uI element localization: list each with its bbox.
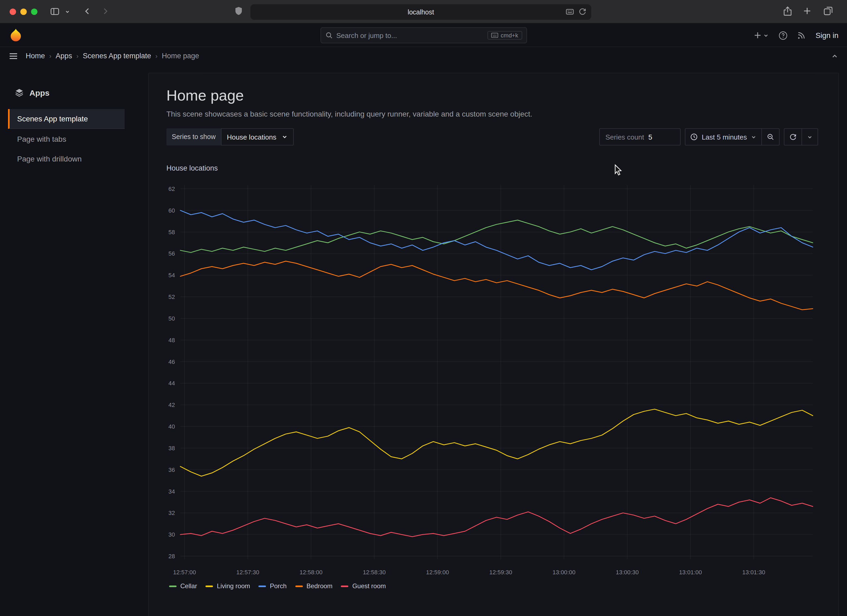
legend-series-dash: [259, 585, 266, 587]
time-range-picker[interactable]: Last 5 minutes: [685, 128, 762, 146]
forward-button-icon: [100, 6, 110, 16]
apps-sidebar: Apps Scenes App template Page with tabs …: [0, 65, 148, 616]
timeseries-chart[interactable]: 28303234363840424446485052545658606212:5…: [161, 178, 830, 583]
chevron-right-icon: ›: [155, 52, 158, 60]
address-bar[interactable]: localhost: [251, 4, 591, 20]
collapse-chevron-up-icon[interactable]: [831, 52, 838, 60]
svg-text:36: 36: [168, 467, 175, 473]
browser-titlebar: localhost: [0, 0, 847, 24]
legend-series-dash: [341, 585, 348, 587]
breadcrumb-home[interactable]: Home: [26, 52, 45, 60]
svg-text:46: 46: [168, 358, 175, 365]
svg-text:54: 54: [168, 272, 175, 279]
back-button-icon[interactable]: [83, 6, 92, 16]
svg-text:13:00:00: 13:00:00: [552, 569, 575, 576]
close-window-button[interactable]: [10, 9, 16, 15]
legend-item[interactable]: Porch: [259, 582, 287, 590]
svg-text:44: 44: [168, 380, 175, 387]
chart-canvas[interactable]: 28303234363840424446485052545658606212:5…: [161, 178, 830, 583]
browser-window: localhost: [0, 0, 847, 616]
svg-text:32: 32: [168, 510, 175, 516]
legend-series-dash: [169, 585, 177, 587]
legend-item[interactable]: Guest room: [341, 582, 386, 590]
svg-text:48: 48: [168, 337, 175, 343]
sidebar-item-page-with-tabs[interactable]: Page with tabs: [8, 129, 125, 149]
zoom-out-icon: [767, 133, 774, 141]
svg-text:42: 42: [168, 402, 175, 408]
svg-text:52: 52: [168, 293, 175, 300]
apps-icon: [15, 88, 24, 97]
legend-item[interactable]: Cellar: [169, 582, 197, 590]
sidebar-toggle-icon[interactable]: [50, 6, 60, 16]
chevron-down-icon: [751, 134, 757, 140]
svg-text:12:57:30: 12:57:30: [236, 569, 259, 576]
svg-text:12:59:00: 12:59:00: [426, 569, 449, 576]
minimize-window-button[interactable]: [20, 9, 27, 15]
svg-text:34: 34: [168, 488, 175, 495]
legend-series-label: Porch: [270, 582, 287, 590]
svg-text:12:57:00: 12:57:00: [173, 569, 196, 576]
sidebar-item-page-with-drilldown[interactable]: Page with drilldown: [8, 149, 125, 168]
page-title: Home page: [167, 87, 838, 104]
grafana-logo[interactable]: [9, 28, 23, 42]
breadcrumb-apps[interactable]: Apps: [56, 52, 72, 60]
breadcrumb-bar: Home › Apps › Scenes App template › Home…: [0, 47, 847, 65]
page-subtitle: This scene showcases a basic scene funct…: [167, 110, 838, 118]
legend-series-label: Bedroom: [306, 582, 332, 590]
svg-text:28: 28: [168, 553, 175, 560]
new-menu-button[interactable]: [753, 31, 769, 40]
legend-item[interactable]: Bedroom: [295, 582, 332, 590]
search-placeholder: Search or jump to...: [336, 31, 397, 39]
svg-text:58: 58: [168, 229, 175, 236]
svg-text:30: 30: [168, 531, 175, 538]
breadcrumb-scenes-app-template[interactable]: Scenes App template: [83, 52, 151, 60]
svg-text:12:58:30: 12:58:30: [363, 569, 386, 576]
mega-menu-toggle-icon[interactable]: [9, 51, 18, 61]
address-bar-url: localhost: [408, 8, 434, 16]
breadcrumb-current-page: Home page: [162, 52, 199, 60]
page-options-icon[interactable]: [565, 7, 574, 16]
chevron-right-icon: ›: [49, 52, 52, 60]
sidebar-title: Apps: [30, 88, 50, 97]
svg-text:12:58:00: 12:58:00: [300, 569, 323, 576]
keyboard-icon: [491, 32, 498, 38]
svg-text:13:01:30: 13:01:30: [742, 569, 766, 576]
refresh-interval-dropdown[interactable]: [801, 128, 818, 146]
chevron-down-icon: [807, 134, 813, 140]
search-input[interactable]: Search or jump to... cmd+k: [320, 27, 527, 43]
tab-overview-icon[interactable]: [823, 6, 833, 16]
sign-in-button[interactable]: Sign in: [815, 31, 838, 40]
search-icon: [325, 32, 332, 39]
breadcrumb: Home › Apps › Scenes App template › Home…: [26, 52, 199, 60]
sidebar-item-scenes-app-template[interactable]: Scenes App template: [8, 109, 125, 129]
reload-icon[interactable]: [578, 7, 586, 16]
legend-series-dash: [206, 585, 213, 587]
clock-icon: [691, 133, 698, 141]
series-count-input[interactable]: Series count 5: [599, 128, 681, 146]
new-tab-icon[interactable]: [803, 6, 812, 16]
main-content: Home page This scene showcases a basic s…: [148, 73, 839, 616]
series-to-show-label: Series to show: [167, 128, 221, 146]
search-shortcut-badge: cmd+k: [487, 31, 522, 40]
refresh-button[interactable]: [784, 128, 802, 146]
sidebar-chevron-icon[interactable]: [65, 9, 70, 15]
chevron-right-icon: ›: [77, 52, 79, 60]
svg-text:38: 38: [168, 445, 175, 452]
help-icon[interactable]: [779, 31, 788, 40]
svg-text:62: 62: [168, 186, 175, 192]
zoom-out-button[interactable]: [761, 128, 779, 146]
refresh-icon: [789, 133, 797, 141]
series-select[interactable]: House locations: [221, 128, 294, 146]
svg-text:60: 60: [168, 207, 175, 214]
legend-series-label: Cellar: [180, 582, 197, 590]
chart-legend: CellarLiving roomPorchBedroomGuest room: [169, 582, 386, 590]
privacy-shield-icon[interactable]: [235, 6, 243, 16]
svg-text:50: 50: [168, 315, 175, 322]
legend-item[interactable]: Living room: [206, 582, 250, 590]
zoom-window-button[interactable]: [31, 9, 37, 15]
news-icon[interactable]: [797, 31, 806, 40]
legend-series-label: Guest room: [352, 582, 386, 590]
window-controls: [10, 9, 37, 15]
chevron-down-icon: [282, 134, 288, 140]
share-icon[interactable]: [783, 6, 792, 16]
